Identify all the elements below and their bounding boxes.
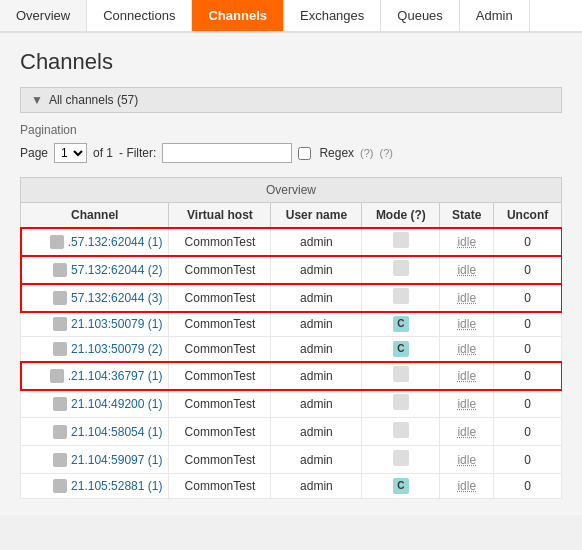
- channel-icon: [50, 369, 64, 383]
- cell-vhost: CommonTest: [169, 284, 271, 312]
- cell-state: idle: [440, 362, 494, 390]
- cell-channel: 57.132:62044 (2): [21, 256, 169, 284]
- cell-vhost: CommonTest: [169, 474, 271, 499]
- channel-link[interactable]: 21.103:50079 (1): [71, 317, 162, 331]
- mode-badge: C: [393, 478, 409, 494]
- channel-link[interactable]: .57.132:62044 (1): [68, 235, 163, 249]
- mode-empty: [393, 366, 409, 382]
- cell-channel: 57.132:62044 (3): [21, 284, 169, 312]
- cell-state: idle: [440, 337, 494, 362]
- cell-state: idle: [440, 474, 494, 499]
- cell-username: admin: [271, 256, 362, 284]
- top-navigation: Overview Connections Channels Exchanges …: [0, 0, 582, 33]
- cell-mode: [362, 228, 440, 256]
- cell-username: admin: [271, 228, 362, 256]
- cell-unconf: 0: [494, 362, 562, 390]
- table-row: .21.104:36797 (1)CommonTestadminidle0: [21, 362, 562, 390]
- cell-vhost: CommonTest: [169, 228, 271, 256]
- cell-state: idle: [440, 312, 494, 337]
- cell-mode: [362, 284, 440, 312]
- channel-link[interactable]: .21.104:36797 (1): [68, 369, 163, 383]
- cell-unconf: 0: [494, 337, 562, 362]
- regex-help1[interactable]: (?): [360, 147, 373, 159]
- channel-link[interactable]: 21.103:50079 (2): [71, 342, 162, 356]
- cell-state: idle: [440, 256, 494, 284]
- channel-link[interactable]: 21.104:49200 (1): [71, 397, 162, 411]
- state-link[interactable]: idle: [457, 291, 476, 305]
- table-row: 21.105:52881 (1)CommonTestadminCidle0: [21, 474, 562, 499]
- state-link[interactable]: idle: [457, 425, 476, 439]
- group-header-overview: Overview: [21, 178, 562, 203]
- cell-state: idle: [440, 390, 494, 418]
- regex-checkbox[interactable]: [298, 147, 311, 160]
- cell-vhost: CommonTest: [169, 446, 271, 474]
- state-link[interactable]: idle: [457, 342, 476, 356]
- state-link[interactable]: idle: [457, 397, 476, 411]
- channel-link[interactable]: 21.104:59097 (1): [71, 453, 162, 467]
- channels-table: Overview Channel Virtual host User name …: [20, 177, 562, 499]
- table-row: 21.104:49200 (1)CommonTestadminidle0: [21, 390, 562, 418]
- cell-channel: 21.104:49200 (1): [21, 390, 169, 418]
- mode-badge: C: [393, 316, 409, 332]
- mode-empty: [393, 288, 409, 304]
- cell-mode: C: [362, 312, 440, 337]
- col-unconf: Unconf: [494, 203, 562, 228]
- col-username: User name: [271, 203, 362, 228]
- cell-mode: [362, 418, 440, 446]
- col-state: State: [440, 203, 494, 228]
- cell-channel: 21.103:50079 (2): [21, 337, 169, 362]
- cell-username: admin: [271, 446, 362, 474]
- channel-icon: [53, 479, 67, 493]
- nav-connections[interactable]: Connections: [87, 0, 192, 31]
- page-content: Channels ▼ All channels (57) Pagination …: [0, 33, 582, 515]
- nav-channels[interactable]: Channels: [192, 0, 284, 31]
- cell-state: idle: [440, 228, 494, 256]
- cell-username: admin: [271, 390, 362, 418]
- col-channel: Channel: [21, 203, 169, 228]
- section-label: All channels (57): [49, 93, 138, 107]
- state-link[interactable]: idle: [457, 263, 476, 277]
- filter-input[interactable]: [162, 143, 292, 163]
- section-header[interactable]: ▼ All channels (57): [20, 87, 562, 113]
- table-row: 57.132:62044 (2)CommonTestadminidle0: [21, 256, 562, 284]
- cell-unconf: 0: [494, 256, 562, 284]
- pagination-label: Pagination: [20, 123, 562, 137]
- cell-mode: C: [362, 474, 440, 499]
- channel-link[interactable]: 21.104:58054 (1): [71, 425, 162, 439]
- state-link[interactable]: idle: [457, 479, 476, 493]
- state-link[interactable]: idle: [457, 369, 476, 383]
- table-row: 21.103:50079 (1)CommonTestadminCidle0: [21, 312, 562, 337]
- state-link[interactable]: idle: [457, 317, 476, 331]
- cell-unconf: 0: [494, 284, 562, 312]
- page-label: Page: [20, 146, 48, 160]
- channel-icon: [53, 263, 67, 277]
- state-link[interactable]: idle: [457, 453, 476, 467]
- cell-username: admin: [271, 284, 362, 312]
- channel-link[interactable]: 57.132:62044 (2): [71, 263, 162, 277]
- channel-link[interactable]: 57.132:62044 (3): [71, 291, 162, 305]
- column-headers: Channel Virtual host User name Mode (?) …: [21, 203, 562, 228]
- regex-help2[interactable]: (?): [380, 147, 393, 159]
- nav-exchanges[interactable]: Exchanges: [284, 0, 381, 31]
- cell-username: admin: [271, 362, 362, 390]
- nav-queues[interactable]: Queues: [381, 0, 460, 31]
- channel-icon: [53, 397, 67, 411]
- channel-link[interactable]: 21.105:52881 (1): [71, 479, 162, 493]
- nav-overview[interactable]: Overview: [0, 0, 87, 31]
- cell-unconf: 0: [494, 446, 562, 474]
- page-select[interactable]: 1: [54, 143, 87, 163]
- cell-vhost: CommonTest: [169, 337, 271, 362]
- mode-empty: [393, 260, 409, 276]
- nav-admin[interactable]: Admin: [460, 0, 530, 31]
- cell-vhost: CommonTest: [169, 418, 271, 446]
- table-row: 21.104:59097 (1)CommonTestadminidle0: [21, 446, 562, 474]
- cell-vhost: CommonTest: [169, 390, 271, 418]
- of-total: of 1: [93, 146, 113, 160]
- page-title: Channels: [20, 49, 562, 75]
- cell-state: idle: [440, 418, 494, 446]
- channel-icon: [53, 425, 67, 439]
- mode-badge: C: [393, 341, 409, 357]
- cell-vhost: CommonTest: [169, 362, 271, 390]
- cell-unconf: 0: [494, 390, 562, 418]
- state-link[interactable]: idle: [457, 235, 476, 249]
